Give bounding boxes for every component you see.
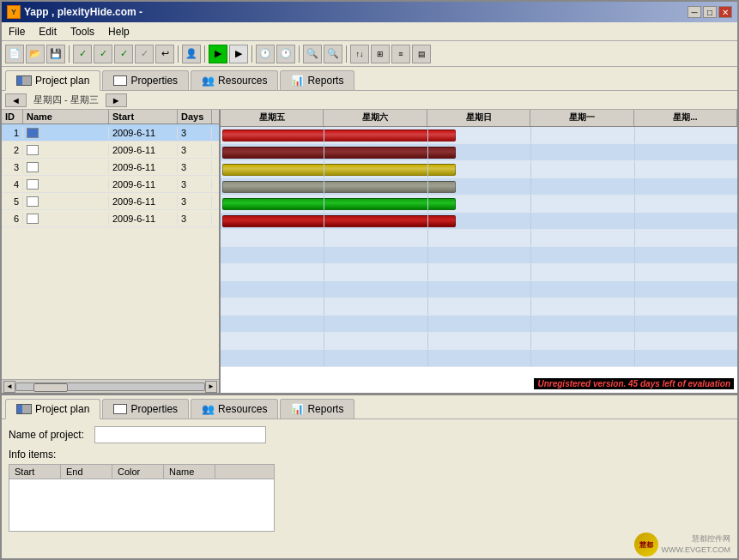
td-days: 3	[178, 213, 212, 225]
btab-resources[interactable]: 👥 Resources	[191, 399, 278, 418]
gantt-row[interactable]	[221, 264, 737, 281]
btab-reports[interactable]: 📊 Reports	[280, 399, 354, 418]
gantt-row[interactable]	[221, 213, 737, 230]
gcol-4: 星期一	[530, 110, 633, 126]
logo-line2: WWW.EVGET.COM	[662, 545, 731, 556]
toolbar-clock2[interactable]: 🕐	[276, 45, 295, 63]
toolbar-play1[interactable]: ▶	[209, 45, 227, 63]
gcol-5: 星期...	[634, 110, 737, 126]
name-of-project-input[interactable]	[94, 426, 266, 443]
toolbar-col1[interactable]: ↑↓	[350, 45, 369, 63]
tab-project-plan[interactable]: Project plan	[5, 70, 100, 91]
gantt-col-sep	[324, 281, 324, 298]
table-row[interactable]: 4 2009-6-11 3	[2, 176, 219, 193]
logo-watermark: 慧都 慧都控件网 WWW.EVGET.COM	[634, 533, 731, 557]
toolbar-col3[interactable]: ≡	[391, 45, 410, 63]
menu-file[interactable]: File	[2, 24, 32, 39]
hscrollbar[interactable]: ◄ ►	[2, 379, 219, 393]
gantt-row[interactable]	[221, 161, 737, 178]
table-body: 1 2009-6-11 3 2 2009-6-11 3 3 2009-6-11 …	[2, 124, 219, 379]
gantt-col-sep	[634, 213, 635, 229]
gantt-col-sep	[634, 161, 635, 178]
toolbar-sep1	[69, 45, 70, 63]
table-row[interactable]: 2 2009-6-11 3	[2, 142, 219, 159]
minimize-button[interactable]: ─	[688, 6, 701, 18]
logo-line1: 慧都控件网	[662, 533, 731, 545]
btab-resources-label: Resources	[218, 403, 267, 415]
info-th-name: Name	[164, 465, 215, 479]
menu-help[interactable]: Help	[101, 24, 136, 39]
gantt-body	[221, 127, 737, 393]
tab-resources[interactable]: 👥 Resources	[191, 70, 278, 90]
td-name	[23, 196, 109, 208]
gantt-row[interactable]	[221, 350, 737, 367]
gantt-row[interactable]	[221, 178, 737, 196]
gantt-row[interactable]	[221, 281, 737, 298]
name-of-project-label: Name of project:	[9, 429, 94, 441]
gantt-row[interactable]	[221, 230, 737, 247]
toolbar-new[interactable]: 📄	[5, 45, 24, 63]
gantt-row[interactable]	[221, 298, 737, 316]
btab-properties[interactable]: Properties	[102, 399, 189, 418]
toolbar-check2[interactable]: ✓	[94, 45, 112, 63]
td-start: 2009-6-11	[109, 144, 178, 156]
gantt-col-sep	[427, 316, 428, 332]
task-icon	[27, 214, 39, 224]
td-name	[23, 178, 109, 190]
gantt-col-sep	[427, 281, 428, 298]
toolbar-col2[interactable]: ⊞	[371, 45, 390, 63]
toolbar-check3[interactable]: ✓	[114, 45, 133, 63]
gantt-col-sep	[634, 230, 635, 246]
bottom-content-area: Name of project: Info items: Start End C…	[2, 419, 737, 558]
resources-icon: 👥	[202, 75, 215, 87]
gcol-1: 星期五	[221, 110, 324, 126]
btab-project-plan[interactable]: Project plan	[5, 399, 100, 419]
toolbar-undo[interactable]: ↩	[155, 45, 174, 63]
table-row[interactable]: 6 2009-6-11 3	[2, 210, 219, 227]
gantt-container: ID Name Start Days 1 2009-6-11 3 2 2009-…	[2, 110, 737, 393]
top-tabs: Project plan Properties 👥 Resources 📊 Re…	[2, 67, 737, 91]
toolbar-zoom-out[interactable]: 🔍	[324, 45, 342, 63]
menu-tools[interactable]: Tools	[64, 24, 101, 39]
close-button[interactable]: ✕	[718, 6, 732, 18]
toolbar-play2[interactable]: ▶	[229, 45, 248, 63]
gantt-row[interactable]	[221, 333, 737, 350]
scroll-thumb[interactable]	[33, 383, 68, 392]
td-start: 2009-6-11	[109, 196, 178, 208]
tab-reports[interactable]: 📊 Reports	[280, 70, 354, 90]
toolbar-col4[interactable]: ▤	[412, 45, 431, 63]
toolbar-clock1[interactable]: 🕐	[256, 45, 275, 63]
tab-properties[interactable]: Properties	[102, 70, 189, 90]
toolbar-save[interactable]: 💾	[46, 45, 65, 63]
gcol-2: 星期六	[324, 110, 427, 126]
table-row[interactable]: 5 2009-6-11 3	[2, 193, 219, 210]
gantt-bar	[222, 215, 456, 227]
gantt-row[interactable]	[221, 144, 737, 161]
gantt-row[interactable]	[221, 127, 737, 144]
maximize-button[interactable]: □	[703, 6, 717, 18]
scroll-right-arrow[interactable]: ►	[205, 381, 217, 393]
gantt-row[interactable]	[221, 196, 737, 213]
td-id: 4	[2, 178, 23, 190]
td-days: 3	[178, 178, 212, 190]
toolbar: 📄 📂 💾 ✓ ✓ ✓ ✓ ↩ 👤 ▶ ▶ 🕐 🕐 🔍 🔍 ↑↓ ⊞ ≡ ▤	[2, 41, 737, 67]
toolbar-open[interactable]: 📂	[26, 45, 45, 63]
gantt-row[interactable]	[221, 316, 737, 333]
toolbar-zoom-in[interactable]: 🔍	[303, 45, 322, 63]
nav-forward-button[interactable]: ►	[106, 93, 127, 107]
gantt-row[interactable]	[221, 247, 737, 264]
title-bar: Y Yapp , plexityHide.com - ─ □ ✕	[2, 2, 737, 22]
table-row[interactable]: 1 2009-6-11 3	[2, 124, 219, 142]
toolbar-check4[interactable]: ✓	[135, 45, 154, 63]
scroll-left-arrow[interactable]: ◄	[3, 381, 15, 393]
nav-back-button[interactable]: ◄	[5, 93, 27, 107]
toolbar-person[interactable]: 👤	[182, 45, 201, 63]
btab-properties-label: Properties	[130, 403, 178, 415]
menu-edit[interactable]: Edit	[32, 24, 64, 39]
scroll-track[interactable]	[15, 382, 205, 391]
toolbar-check1[interactable]: ✓	[73, 45, 92, 63]
table-row[interactable]: 3 2009-6-11 3	[2, 159, 219, 176]
btab-properties-icon	[113, 404, 127, 414]
gantt-col-sep	[324, 196, 324, 212]
gantt-col-sep	[427, 213, 428, 229]
